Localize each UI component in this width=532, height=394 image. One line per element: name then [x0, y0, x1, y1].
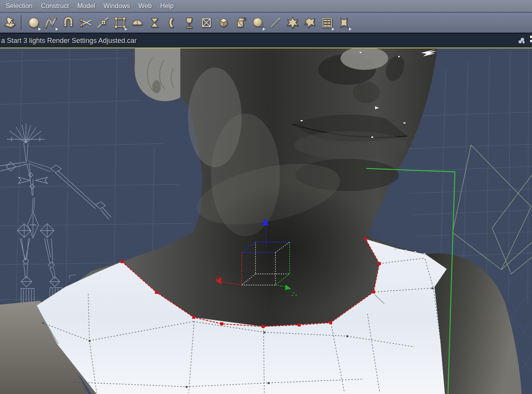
- menu-item-model[interactable]: Model: [73, 0, 99, 12]
- selection-arrow-tool[interactable]: [1, 13, 18, 32]
- document-bar-icon[interactable]: [517, 36, 527, 46]
- unfold-tool[interactable]: [232, 13, 249, 32]
- delete-face-tool[interactable]: [198, 13, 215, 32]
- deform-a-tool[interactable]: [284, 13, 301, 32]
- document-title-bar[interactable]: a Start 3 lights Render Settings Adjuste…: [0, 34, 532, 48]
- dome-tool[interactable]: [128, 13, 146, 32]
- application-window: { "menu_bar": { "items": [ {"label": "Se…: [0, 0, 532, 394]
- flyout-arrow-icon: [263, 28, 265, 31]
- toolbar: [0, 13, 532, 34]
- bend-tool[interactable]: [336, 13, 353, 32]
- lower-lip: [294, 131, 408, 159]
- menu-item-windows[interactable]: Windows: [99, 0, 134, 12]
- stack-tool[interactable]: [318, 13, 336, 32]
- menu-bar: Selection Construct Model Windows Web He…: [0, 0, 532, 13]
- flyout-arrow-icon: [349, 28, 352, 31]
- polyline-tool[interactable]: [42, 13, 59, 32]
- cube-tool[interactable]: [215, 13, 232, 32]
- sphere-of-attraction-tool[interactable]: [249, 13, 267, 32]
- magnet-tool[interactable]: [59, 13, 77, 32]
- goblet-tool[interactable]: [180, 13, 198, 32]
- flyout-arrow-icon: [38, 28, 41, 31]
- flyout-arrow-icon: [332, 28, 334, 31]
- extrude-tool[interactable]: [163, 13, 180, 32]
- edge-ui-fragment: [530, 36, 532, 46]
- scissors-tool[interactable]: [77, 13, 94, 32]
- marquee-select-tool[interactable]: [111, 13, 128, 32]
- pen-tool[interactable]: [267, 13, 284, 32]
- menu-item-help[interactable]: Help: [156, 0, 178, 12]
- menu-item-web[interactable]: Web: [134, 0, 156, 12]
- menu-item-selection[interactable]: Selection: [2, 0, 37, 12]
- menu-item-construct[interactable]: Construct: [37, 0, 73, 12]
- flyout-arrow-icon: [56, 28, 58, 31]
- lathe-tool[interactable]: [146, 13, 163, 32]
- add-point-tool[interactable]: [94, 13, 111, 32]
- viewport-canvas[interactable]: [0, 48, 532, 394]
- deform-b-tool[interactable]: [301, 13, 318, 32]
- flyout-arrow-icon: [125, 28, 127, 31]
- document-title: a Start 3 lights Render Settings Adjuste…: [0, 37, 137, 45]
- toolbar-separator: [21, 15, 21, 30]
- sphere-tool[interactable]: [25, 13, 42, 32]
